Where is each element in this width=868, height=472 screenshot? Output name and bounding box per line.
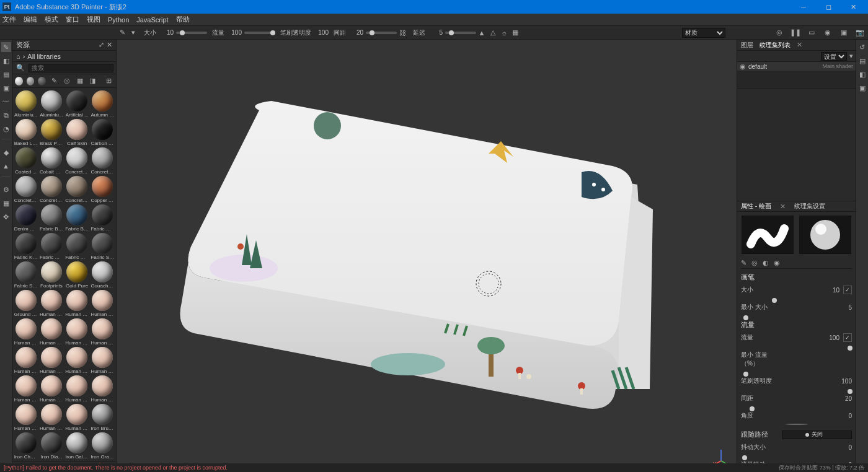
clone-tool-icon[interactable]: ⧉ [1,110,11,120]
menu-4[interactable]: 视图 [87,15,100,24]
asset-cell[interactable]: Human N... [91,347,115,374]
screenshot-icon[interactable]: 📷 [854,27,866,38]
asset-cell[interactable]: Aluminiu... [39,90,63,118]
polyfill-tool-icon[interactable]: ◆ [1,147,11,157]
layers-menu-icon[interactable]: ▾ [849,52,853,60]
spacing-slider[interactable] [366,32,397,34]
asset-cell[interactable]: Human B... [39,290,63,317]
angle-dial[interactable] [786,424,808,425]
asset-cell[interactable]: Aluminiu... [14,90,38,118]
filter-alpha-icon[interactable]: ◎ [63,76,72,86]
asset-cell[interactable]: Iron Grainy [91,432,115,460]
material-dropdown[interactable]: 材质 [682,28,725,38]
asset-cell[interactable]: Coated ... [14,147,38,175]
render-icon[interactable]: ◉ [822,27,833,38]
panel-close-icon[interactable]: ✕ [107,41,112,49]
material-tab-icon[interactable]: ◉ [774,259,780,267]
asset-cell[interactable]: Human B... [91,290,115,317]
layers-settings-dropdown[interactable]: 设置 [821,52,847,61]
history-icon[interactable]: ↺ [857,42,867,52]
asset-cell[interactable]: Iron Galv... [65,432,89,460]
asset-cell[interactable]: Iron Chai... [14,432,38,460]
asset-cell[interactable]: Fabric Su... [14,261,38,289]
asset-cell[interactable]: Human N... [39,347,63,374]
dropdown-icon[interactable]: ▾ [128,27,139,38]
asset-cell[interactable]: Copper P... [91,176,115,203]
asset-cell[interactable]: Gouache ... [91,261,115,289]
asset-cell[interactable]: Human B... [65,290,89,317]
filter-env-icon[interactable]: ◨ [88,76,97,86]
info-icon[interactable]: ▣ [857,83,867,93]
close-tab-icon[interactable]: ✕ [797,41,802,49]
window-minimize-button[interactable]: ─ [791,3,816,11]
menu-1[interactable]: 编辑 [24,15,37,24]
camera-settings-icon[interactable]: ▣ [838,27,849,38]
viewport-mode-icon[interactable]: ▭ [806,27,817,38]
asset-cell[interactable]: Iron Brus... [91,404,115,431]
asset-cell[interactable]: Denim Ri... [14,204,38,232]
asset-cell[interactable]: Concrete ... [91,147,115,175]
home-icon[interactable]: ⌂ [16,53,20,60]
mirror-y-icon[interactable]: △ [487,27,498,38]
asset-cell[interactable]: Human N... [39,404,63,431]
asset-cell[interactable]: Human F... [65,318,89,346]
texture-set-row[interactable]: ◉ default Main shader [737,62,856,71]
asset-cell[interactable]: Fabric Ba... [39,204,63,232]
asset-cell[interactable]: Human F... [14,347,38,374]
asset-cell[interactable]: Calf Skin [65,119,89,146]
asset-cell[interactable]: Ground G... [14,290,38,317]
asset-cell[interactable]: Baked Lig... [14,119,38,146]
asset-cell[interactable]: Human N... [14,404,38,431]
visibility-icon[interactable]: ◉ [740,63,746,71]
asset-cell[interactable]: Human N... [91,375,115,403]
asset-cell[interactable]: Fabric Sof... [91,233,115,260]
panel-expand-icon[interactable]: ⤢ [99,41,104,49]
hide-ui-icon[interactable]: ◎ [774,27,785,38]
asset-cell[interactable]: Human N... [65,347,89,374]
asset-cell[interactable]: Human S... [65,404,89,431]
follow-off-button[interactable]: 关闭 [782,430,852,439]
asset-cell[interactable]: Fabric Ro... [65,233,89,260]
flow-slider[interactable] [244,32,275,34]
smudge-tool-icon[interactable]: 〰 [1,97,11,107]
projection-tool-icon[interactable]: ▤ [1,69,11,79]
asset-cell[interactable]: Concrete ... [65,147,89,175]
size-slider[interactable] [176,32,207,34]
asset-cell[interactable]: Human N... [65,375,89,403]
asset-cell[interactable]: Human N... [14,375,38,403]
menu-6[interactable]: JavaScript [136,16,168,24]
grid-view-icon[interactable]: ⊞ [104,76,113,86]
close-properties-icon[interactable]: ✕ [780,203,786,211]
asset-cell[interactable]: Footprints [39,261,63,289]
brush-tool-icon[interactable]: ✎ [117,27,128,38]
3d-viewport[interactable]: x [117,40,737,472]
mirror-x-icon[interactable]: ▲ [476,27,487,38]
delay-slider[interactable] [445,32,476,34]
paint-tool-icon[interactable]: ✎ [1,42,11,52]
pause-icon[interactable]: ❚❚ [790,27,801,38]
display-icon[interactable]: ▦ [1,198,11,208]
eraser-tool-icon[interactable]: ◧ [1,56,11,66]
asset-cell[interactable]: Concrete ... [65,176,89,203]
asset-search-input[interactable] [29,64,113,72]
menu-2[interactable]: 模式 [45,15,58,24]
mesh-fill-icon[interactable]: ▲ [1,161,11,171]
brush-tab-icon[interactable]: ✎ [741,259,746,267]
asset-cell[interactable]: Fabric De... [91,204,115,232]
asset-cell[interactable]: Fabric Kni... [14,233,38,260]
filter-mask-icon[interactable] [38,77,46,85]
asset-cell[interactable]: Gold Pure [65,261,89,289]
log-icon[interactable]: ▤ [857,56,867,66]
tab-texture-set-settings[interactable]: 纹理集设置 [794,202,825,211]
link-icon[interactable]: ⛓ [397,27,408,38]
size-lock-icon[interactable]: ✓ [843,286,852,294]
asset-cell[interactable]: Autumn L... [91,90,115,118]
flow-lock-icon[interactable]: ✓ [843,333,852,342]
asset-cell[interactable]: Fabric Ro... [39,233,63,260]
asset-cell[interactable]: Iron Dia... [39,432,63,460]
asset-cell[interactable]: Human C... [14,318,38,346]
window-maximize-button[interactable]: ◻ [816,3,841,11]
fill-tool-icon[interactable]: ▣ [1,83,11,93]
asset-cell[interactable]: Concrete ... [39,176,63,203]
asset-cell[interactable]: Human F... [39,318,63,346]
